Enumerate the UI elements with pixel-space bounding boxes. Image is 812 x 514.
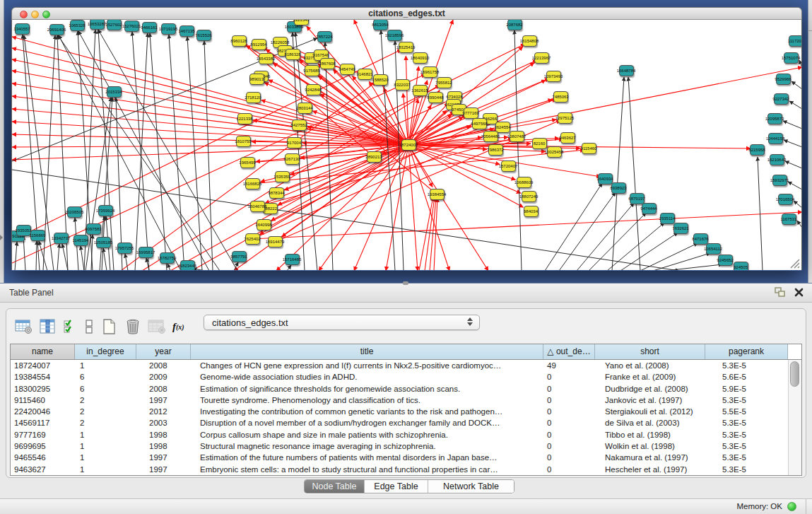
tab-node-table[interactable]: Node Table	[305, 480, 365, 493]
network-window-titlebar[interactable]: citations_edges.txt	[11, 7, 802, 20]
graph-node[interactable]: 11823446	[180, 260, 195, 270]
graph-node[interactable]: 2935114	[660, 213, 675, 224]
graph-node[interactable]: 15716485	[285, 254, 300, 265]
graph-node[interactable]: 984034	[524, 206, 539, 217]
splitter-handle[interactable]	[403, 281, 408, 285]
graph-node[interactable]: 15751074	[784, 52, 799, 64]
graph-node[interactable]: 8938923	[611, 182, 626, 194]
column-header-year[interactable]: year	[136, 344, 191, 359]
graph-node[interactable]: 15166825	[245, 178, 260, 189]
left-panel-edge[interactable]	[0, 0, 4, 283]
graph-node[interactable]: 1640934	[598, 173, 613, 185]
graph-node[interactable]: 1156869	[30, 230, 45, 241]
graph-node[interactable]: 924505	[734, 262, 748, 270]
graph-node[interactable]: 18807249	[522, 191, 536, 202]
graph-node[interactable]: 2803144	[298, 103, 312, 114]
graph-node[interactable]: 10807487	[510, 131, 524, 142]
graph-node[interactable]: 12213967	[534, 52, 549, 64]
graph-node[interactable]: 9878344	[269, 187, 284, 199]
graph-node[interactable]: 17359924	[98, 205, 113, 216]
graph-node[interactable]: 20206505	[67, 206, 82, 218]
column-header-pagerank[interactable]: pagerank	[705, 344, 788, 359]
graph-node[interactable]: 10688609	[517, 177, 531, 188]
tab-network-table[interactable]: Network Table	[428, 480, 514, 493]
graph-node[interactable]: 1221541	[294, 20, 309, 25]
delete-columns-button[interactable]	[124, 318, 141, 335]
graph-node[interactable]: 16782759	[160, 252, 175, 264]
graph-node[interactable]: 8912954	[252, 39, 266, 50]
function-builder-button[interactable]: f(x)	[172, 321, 184, 333]
right-panel-edge[interactable]	[808, 0, 812, 283]
graph-node[interactable]: 10719195	[161, 23, 176, 35]
graph-node[interactable]: 16046788	[250, 201, 265, 212]
graph-node[interactable]: 2015334	[107, 86, 122, 98]
graph-node[interactable]: 16648784	[619, 65, 634, 76]
graph-node[interactable]: 12505185	[96, 237, 111, 248]
graph-node[interactable]: 1167531	[782, 214, 796, 225]
table-row[interactable]: 977716911998Corpus callosum shape and si…	[11, 429, 801, 440]
graph-node[interactable]: 9529966	[776, 74, 791, 85]
float-panel-icon[interactable]	[775, 287, 786, 298]
graph-node[interactable]: 8454749	[340, 64, 355, 75]
graph-node[interactable]: 10025458	[547, 146, 562, 158]
graph-node[interactable]: 18640910	[413, 52, 428, 64]
graph-node[interactable]: 18325419	[399, 42, 413, 53]
graph-node[interactable]: 9466161	[142, 22, 157, 33]
graph-node[interactable]: 9115460	[582, 143, 596, 154]
window-resize-grip[interactable]	[789, 257, 800, 269]
table-row[interactable]: 1872400712008Changes of HCN gene express…	[11, 360, 801, 371]
show-columns-button[interactable]	[39, 319, 57, 334]
graph-node[interactable]: 16543382	[259, 53, 273, 64]
graph-node[interactable]: 16961758	[423, 66, 437, 78]
graph-node[interactable]: 1340557	[15, 23, 30, 35]
graph-node[interactable]: 12975125	[558, 112, 572, 124]
graph-node[interactable]: 82160	[532, 138, 547, 149]
graph-node[interactable]: 8813054	[373, 20, 388, 30]
graph-node[interactable]: 9097583	[86, 223, 101, 235]
graph-node[interactable]: 7857224	[317, 31, 332, 42]
graph-node[interactable]: 10973493	[546, 71, 561, 82]
graph-node[interactable]: 2890213	[367, 151, 382, 163]
graph-node[interactable]: 9227342	[774, 93, 789, 105]
graph-node[interactable]: 9242848	[306, 84, 321, 95]
graph-node[interactable]: 9857791	[232, 251, 247, 262]
graph-node[interactable]: 8990448	[428, 92, 443, 103]
table-row[interactable]: 2242004622012Investigating the contribut…	[11, 406, 801, 417]
graph-node[interactable]: 7986372	[488, 144, 503, 156]
graph-node[interactable]: 1145194	[73, 235, 88, 246]
graph-node[interactable]: 9463627	[560, 132, 575, 144]
graph-node[interactable]: 7632621	[673, 223, 688, 234]
graph-node[interactable]: 1935051	[16, 225, 31, 236]
graph-node[interactable]: 1535359	[275, 171, 290, 182]
graph-node[interactable]: 1810755	[236, 136, 251, 147]
graph-node[interactable]: 9245652	[718, 255, 733, 266]
graph-node[interactable]: 7955812	[437, 77, 452, 88]
graph-node[interactable]: 6497568	[472, 118, 487, 129]
graph-node[interactable]: 1065328	[70, 20, 85, 31]
graph-node[interactable]: 15720407	[501, 160, 516, 172]
graph-node[interactable]: 15276021	[124, 21, 139, 32]
table-row[interactable]: 969969511998Structural magnetic resonanc…	[11, 440, 801, 452]
graph-node[interactable]: 8427552	[292, 119, 307, 131]
column-header-out_de[interactable]: △ out_de…	[543, 344, 595, 359]
graph-node[interactable]: 18724007	[401, 139, 416, 151]
graph-node[interactable]: 9777169	[464, 107, 478, 119]
tab-edge-table[interactable]: Edge Table	[365, 480, 428, 493]
table-scrollbar-thumb[interactable]	[790, 361, 799, 387]
panel-collapse-arrow-icon[interactable]	[0, 235, 3, 240]
graph-node[interactable]: 19384554	[430, 189, 445, 200]
table-row[interactable]: 1456911722003Disruption of a novel membe…	[11, 417, 801, 428]
graph-node[interactable]: 16995817	[139, 247, 153, 258]
table-row[interactable]: 1830029562008Estimation of significance …	[11, 383, 801, 395]
graph-node[interactable]: 10653287	[90, 20, 105, 30]
network-window[interactable]: citations_edges.txt 13405572069140610653…	[11, 7, 802, 271]
graph-node[interactable]: 16914479	[268, 236, 283, 247]
graph-node[interactable]: 12444158	[768, 133, 783, 144]
graph-node[interactable]: 20564486	[483, 131, 498, 142]
column-header-name[interactable]: name	[11, 344, 75, 359]
graph-node[interactable]: 2087682	[507, 20, 522, 30]
graph-node[interactable]: 7625402	[245, 233, 260, 245]
graph-node[interactable]: 8215958	[750, 144, 765, 156]
graph-node[interactable]: 19218596	[387, 30, 402, 41]
network-canvas[interactable]: 1340557206914061065328106532871527602152…	[11, 20, 802, 270]
